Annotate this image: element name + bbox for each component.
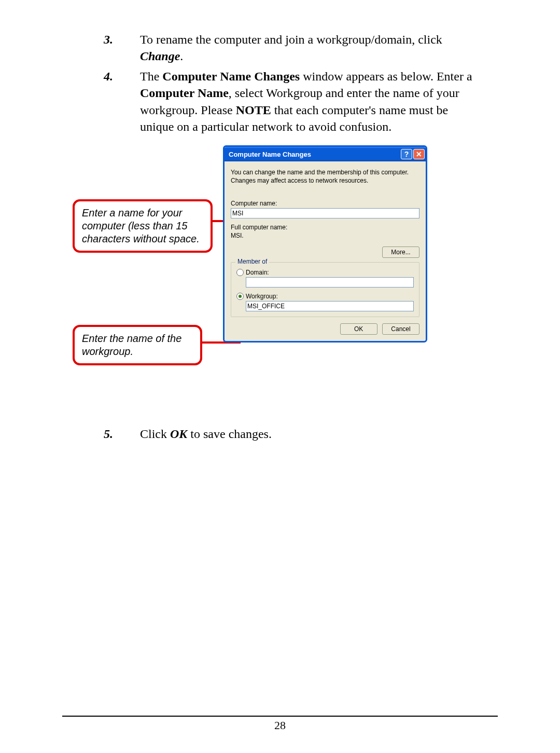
step-3-number: 3. (62, 31, 135, 65)
computer-name-input[interactable] (231, 208, 419, 218)
step-4-number: 4. (62, 68, 135, 135)
step-3-text-pre: To rename the computer and join a workgr… (140, 33, 442, 46)
figure: Enter a name for your computer (less tha… (62, 145, 498, 410)
help-icon[interactable]: ? (401, 149, 412, 159)
step-5-t1: Click (140, 427, 170, 441)
step-4-t1: The (140, 70, 162, 83)
ok-button[interactable]: OK (340, 323, 377, 335)
member-of-legend: Member of (235, 258, 269, 265)
full-computer-name-label: Full computer name: (231, 224, 419, 231)
step-3-change: Change (140, 49, 180, 63)
step-4: 4. The Computer Name Changes window appe… (62, 68, 498, 135)
callout-computer-name: Enter a name for your computer (less tha… (73, 199, 213, 253)
step-5-t2: to save changes. (187, 427, 272, 441)
footer-rule (62, 716, 498, 717)
step-5: 5. Click OK to save changes. (62, 426, 498, 442)
callout-workgroup: Enter the name of the workgroup. (73, 325, 202, 365)
full-computer-name-value: MSI. (231, 232, 419, 239)
page-number: 28 (0, 719, 560, 732)
domain-label: Domain: (246, 269, 269, 276)
window-description: You can change the name and the membersh… (231, 169, 419, 185)
member-of-group: Member of Domain: Workgroup: (231, 262, 419, 317)
domain-radio[interactable] (236, 269, 244, 276)
step-3-body: To rename the computer and join a workgr… (135, 31, 498, 65)
step-4-winname: Computer Name Changes (162, 70, 300, 83)
workgroup-radio[interactable] (236, 293, 244, 300)
titlebar[interactable]: Computer Name Changes ? ✕ (225, 147, 426, 161)
step-3: 3. To rename the computer and join a wor… (62, 31, 498, 65)
window-title: Computer Name Changes (229, 150, 400, 158)
cancel-button[interactable]: Cancel (382, 323, 419, 335)
step-5-body: Click OK to save changes. (135, 426, 498, 442)
step-4-body: The Computer Name Changes window appears… (135, 68, 498, 135)
step-3-text-post: . (180, 49, 183, 63)
workgroup-label: Workgroup: (246, 293, 278, 300)
step-4-compname: Computer Name (140, 86, 229, 100)
step-5-ok: OK (170, 427, 187, 441)
computer-name-label: Computer name: (231, 200, 419, 207)
step-5-number: 5. (62, 426, 135, 442)
more-button[interactable]: More... (382, 247, 419, 258)
step-4-note: NOTE (236, 103, 271, 117)
computer-name-changes-window: Computer Name Changes ? ✕ You can change… (223, 145, 427, 342)
close-icon[interactable]: ✕ (413, 149, 425, 159)
workgroup-input[interactable] (246, 301, 414, 311)
step-4-t2: window appears as below. Enter a (300, 70, 472, 83)
domain-input[interactable] (246, 277, 414, 287)
